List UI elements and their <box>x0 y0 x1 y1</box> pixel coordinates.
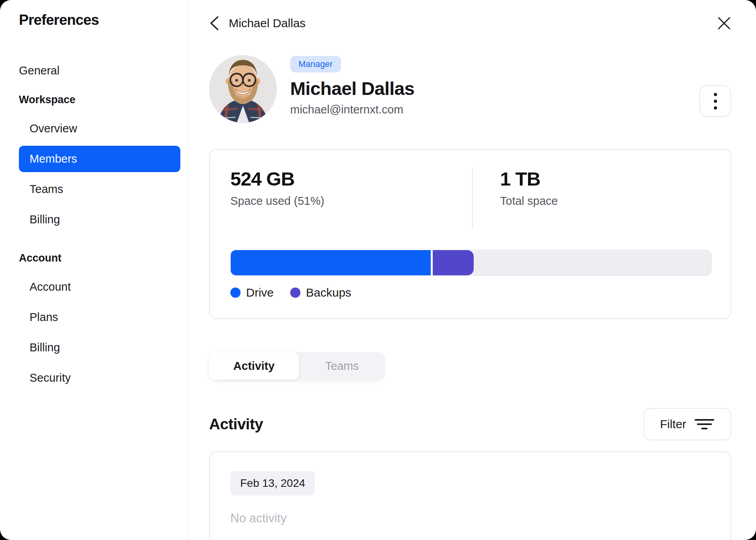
sidebar-item-teams[interactable]: Teams <box>19 176 180 202</box>
activity-header-row: Activity Filter <box>209 408 731 440</box>
role-badge: Manager <box>290 56 341 72</box>
backups-legend-dot <box>290 288 300 298</box>
activity-empty-text: No activity <box>230 511 710 525</box>
total-space-label: Total space <box>500 195 558 208</box>
sidebar: Preferences General Workspace Overview M… <box>0 0 189 540</box>
activity-list-card: Feb 13, 2024 No activity <box>209 451 731 540</box>
preferences-window: Preferences General Workspace Overview M… <box>0 0 756 540</box>
member-name: Michael Dallas <box>290 78 415 99</box>
sidebar-item-plans[interactable]: Plans <box>19 304 180 330</box>
storage-usage-card: 524 GB Space used (51%) 1 TB Total space… <box>209 149 731 319</box>
member-identity: Manager Michael Dallas michael@internxt.… <box>290 55 415 116</box>
sidebar-nav: General Workspace Overview Members Teams… <box>19 58 180 391</box>
avatar-illustration <box>209 55 277 123</box>
space-used-label: Space used (51%) <box>230 195 472 208</box>
sidebar-item-members[interactable]: Members <box>19 146 180 172</box>
chevron-left-icon <box>209 15 219 31</box>
close-icon <box>717 16 731 30</box>
drive-legend-label: Drive <box>246 286 274 299</box>
sidebar-title: Preferences <box>19 12 188 28</box>
drive-usage-segment <box>231 250 431 275</box>
back-button[interactable] <box>209 15 219 31</box>
backups-legend-label: Backups <box>306 286 351 299</box>
filter-button-label: Filter <box>660 418 686 431</box>
detail-topbar: Michael Dallas <box>209 13 731 34</box>
usage-legend: Drive Backups <box>230 286 712 299</box>
page-title: Michael Dallas <box>229 17 306 30</box>
activity-date-badge: Feb 13, 2024 <box>230 471 315 495</box>
sidebar-section-workspace: Workspace <box>19 88 180 111</box>
more-options-button[interactable] <box>699 85 731 117</box>
sidebar-item-account[interactable]: Account <box>19 274 180 300</box>
close-button[interactable] <box>717 16 731 30</box>
detail-tabs: Activity Teams <box>209 352 385 380</box>
sidebar-item-security[interactable]: Security <box>19 365 180 391</box>
sidebar-item-overview[interactable]: Overview <box>19 115 180 142</box>
sidebar-item-billing-account[interactable]: Billing <box>19 334 180 361</box>
filter-icon <box>694 418 715 431</box>
sidebar-item-billing-workspace[interactable]: Billing <box>19 206 180 233</box>
tab-activity[interactable]: Activity <box>209 352 299 380</box>
filter-button[interactable]: Filter <box>643 408 731 440</box>
member-email: michael@internxt.com <box>290 103 415 116</box>
space-used-value: 524 GB <box>230 168 472 190</box>
sidebar-item-general[interactable]: General <box>19 58 180 84</box>
tab-teams[interactable]: Teams <box>299 352 385 380</box>
sidebar-section-account: Account <box>19 246 180 270</box>
space-used-stat: 524 GB Space used (51%) <box>230 168 472 208</box>
usage-stats-row: 524 GB Space used (51%) 1 TB Total space <box>230 168 712 229</box>
segment-gap <box>431 250 433 275</box>
legend-item-backups: Backups <box>290 286 351 299</box>
backups-usage-segment <box>433 250 474 275</box>
member-detail-panel: Michael Dallas <box>189 0 756 540</box>
storage-progress-bar <box>230 250 712 276</box>
member-avatar-photo <box>209 55 277 123</box>
legend-item-drive: Drive <box>230 286 274 299</box>
activity-heading: Activity <box>209 416 263 433</box>
drive-legend-dot <box>230 288 241 298</box>
member-profile: Manager Michael Dallas michael@internxt.… <box>209 55 731 123</box>
total-space-stat: 1 TB Total space <box>473 168 558 208</box>
total-space-value: 1 TB <box>500 168 558 190</box>
